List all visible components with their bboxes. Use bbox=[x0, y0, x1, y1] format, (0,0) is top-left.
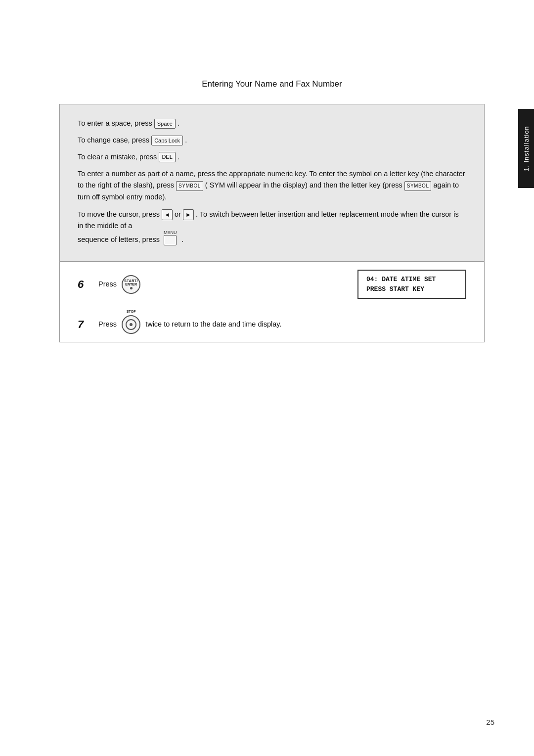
step-6-display: 04: DATE &TIME SET PRESS START KEY bbox=[357, 270, 466, 299]
menu-key-label: MENU bbox=[164, 230, 177, 236]
caps-key: Caps Lock bbox=[151, 136, 183, 146]
instruction-caps: To change case, press Caps Lock . bbox=[78, 135, 466, 146]
menu-key: MENU bbox=[164, 235, 177, 245]
step-6-text: Press bbox=[98, 280, 117, 288]
symbol-key: SYMBOL bbox=[176, 181, 203, 191]
space-key: Space bbox=[154, 119, 176, 129]
enter-dot bbox=[130, 287, 133, 289]
installation-tab: 1. Installation bbox=[518, 109, 534, 188]
instruction-symbol: To enter a number as part of a name, pre… bbox=[78, 168, 466, 203]
stop-inner-circle bbox=[126, 319, 136, 330]
instruction-del: To clear a mistake, press DEL . bbox=[78, 152, 466, 163]
instruction-box: To enter a space, press Space . To chang… bbox=[59, 104, 485, 262]
caps-text: To change case, press bbox=[78, 136, 149, 144]
stop-label: STOP bbox=[127, 309, 136, 315]
enter-label: ENTER bbox=[125, 283, 137, 286]
step-rows: 6 Press START/ ENTER 04: DATE &TIME SET … bbox=[59, 262, 485, 342]
step-7-content: Press STOP twice to return to the date a… bbox=[98, 315, 466, 334]
start-label: START/ bbox=[124, 279, 138, 283]
step-7-text-before: Press bbox=[98, 320, 117, 328]
instruction-space: To enter a space, press Space . bbox=[78, 118, 466, 129]
display-line-1: 04: DATE &TIME SET bbox=[366, 275, 457, 284]
start-enter-button: START/ ENTER bbox=[122, 275, 140, 294]
del-text: To clear a mistake, press bbox=[78, 153, 157, 161]
stop-center-dot bbox=[130, 323, 133, 326]
right-arrow-key: ► bbox=[183, 209, 194, 220]
display-line-2: PRESS START KEY bbox=[366, 284, 457, 294]
cursor-or: or bbox=[175, 210, 183, 218]
cursor-seq-text: sequence of letters, press bbox=[78, 236, 162, 243]
cursor-period: . bbox=[181, 236, 183, 243]
caps-period: . bbox=[185, 136, 187, 144]
left-arrow-key: ◄ bbox=[162, 209, 173, 220]
instruction-cursor: To move the cursor, press ◄ or ► . To sw… bbox=[78, 209, 466, 232]
space-text: To enter a space, press bbox=[78, 119, 152, 127]
step-7-row: 7 Press STOP twice to return to the date… bbox=[60, 307, 484, 342]
step-6-content: Press START/ ENTER bbox=[98, 275, 357, 294]
step-6-row: 6 Press START/ ENTER 04: DATE &TIME SET … bbox=[60, 262, 484, 307]
stop-button: STOP bbox=[122, 315, 140, 334]
del-period: . bbox=[178, 153, 179, 161]
del-key: DEL bbox=[159, 152, 175, 162]
cursor-text-1: To move the cursor, press bbox=[78, 210, 160, 218]
symbol-text-3: ( SYM will appear in the display) and th… bbox=[205, 181, 402, 189]
space-period: . bbox=[178, 119, 179, 127]
content-area: Entering Your Name and Fax Number To ent… bbox=[59, 79, 485, 342]
page-number: 25 bbox=[486, 718, 494, 726]
instruction-cursor-menu: sequence of letters, press MENU . bbox=[78, 235, 466, 245]
step-6-number: 6 bbox=[78, 278, 91, 291]
page-title: Entering Your Name and Fax Number bbox=[59, 79, 485, 89]
step-7-text-after: twice to return to the date and time dis… bbox=[145, 320, 281, 328]
symbol-key-2: SYMBOL bbox=[404, 181, 432, 191]
step-7-number: 7 bbox=[78, 318, 91, 331]
